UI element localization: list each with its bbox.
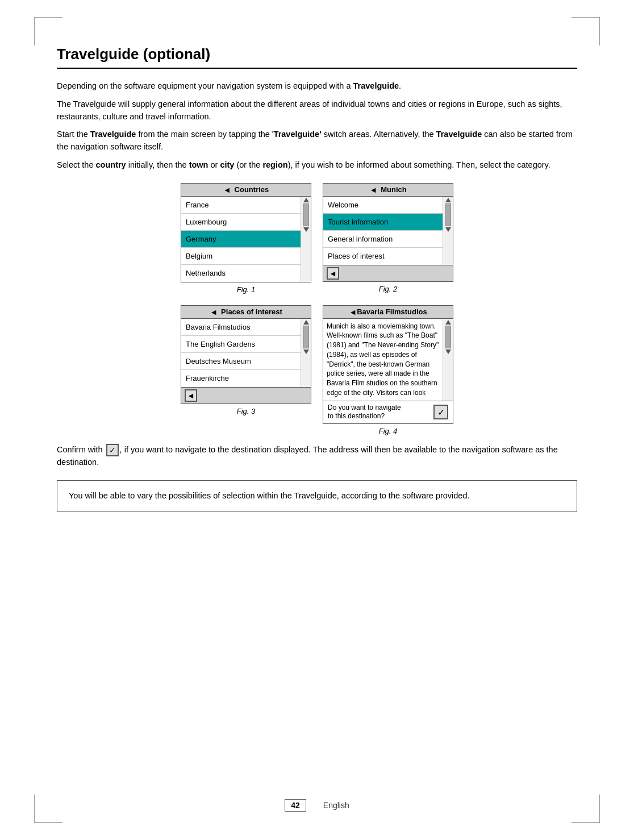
scroll-thumb[interactable] <box>303 203 309 226</box>
list-item[interactable]: Belgium <box>181 248 301 265</box>
corner-decoration <box>34 17 35 45</box>
confirm-icon: ✓ <box>106 444 119 456</box>
scroll-up-icon[interactable] <box>445 198 451 202</box>
list-item[interactable]: The English Gardens <box>181 336 301 353</box>
page-footer: 42 English <box>0 799 634 812</box>
fig1-title: Countries <box>235 185 269 194</box>
paragraph-1: Depending on the software equipment your… <box>57 80 577 93</box>
page-title: Travelguide (optional) <box>57 45 577 69</box>
note-box: You will be able to vary the possibiliti… <box>57 480 577 512</box>
list-item[interactable]: Welcome <box>323 197 443 214</box>
list-item[interactable]: General information <box>323 231 443 248</box>
corner-decoration <box>572 17 600 18</box>
fig3-bottom-bar: ◄ <box>181 387 311 404</box>
fig4-caption: Fig. 4 <box>379 427 398 435</box>
scrollbar[interactable] <box>301 319 311 387</box>
corner-decoration <box>599 17 600 45</box>
note-text: You will be able to vary the possibiliti… <box>69 491 470 500</box>
fig3-titlebar: ◄ Places of interest <box>181 306 311 319</box>
list-item-selected[interactable]: Tourist information <box>323 214 443 231</box>
fig4-title: Bavaria Filmstudios <box>357 307 427 316</box>
scroll-down-icon[interactable] <box>445 227 451 232</box>
scrollbar[interactable] <box>443 197 453 265</box>
figures-row-2: ◄ Places of interest Bavaria Filmstudios… <box>57 305 577 436</box>
list-item-selected[interactable]: Germany <box>181 231 301 248</box>
back-arrow-icon[interactable]: ◄ <box>349 307 357 317</box>
footer-language-label: English <box>323 801 349 810</box>
list-item[interactable]: Frauenkirche <box>181 370 301 387</box>
back-arrow-icon[interactable]: ◄ <box>223 185 231 194</box>
scroll-thumb[interactable] <box>303 326 309 348</box>
list-item[interactable]: France <box>181 197 301 214</box>
paragraph-2: The Travelguide will supply general info… <box>57 98 577 123</box>
scroll-down-icon[interactable] <box>445 350 451 354</box>
figure-1: ◄ Countries France Luxembourg Germany Be… <box>181 183 311 294</box>
confirm-paragraph: Confirm with ✓, if you want to navigate … <box>57 444 577 469</box>
fig2-titlebar: ◄ Munich <box>323 184 453 197</box>
corner-decoration <box>34 17 62 18</box>
scrollbar[interactable] <box>443 319 453 401</box>
back-arrow-icon[interactable]: ◄ <box>369 185 377 194</box>
fig2-bottom-bar: ◄ <box>323 265 453 281</box>
figure-4: ◄ Bavaria Filmstudios Munich is also a m… <box>323 305 453 436</box>
fig2-title: Munich <box>381 185 407 194</box>
scroll-down-icon[interactable] <box>303 350 309 354</box>
scroll-down-icon[interactable] <box>303 227 309 232</box>
fig1-caption: Fig. 1 <box>237 285 256 294</box>
corner-decoration <box>572 822 600 823</box>
list-item[interactable]: Deutsches Museum <box>181 353 301 370</box>
list-item[interactable]: Bavaria Filmstudios <box>181 319 301 336</box>
figure-2: ◄ Munich Welcome Tourist information Gen… <box>323 183 453 294</box>
scrollbar[interactable] <box>301 197 311 282</box>
scroll-thumb[interactable] <box>445 326 451 348</box>
back-button[interactable]: ◄ <box>327 267 339 280</box>
fig3-title: Places of interest <box>221 307 282 316</box>
fig4-confirm-question: Do you want to navigateto this destinati… <box>328 404 401 421</box>
scroll-up-icon[interactable] <box>303 198 309 202</box>
figure-3: ◄ Places of interest Bavaria Filmstudios… <box>181 305 311 436</box>
back-button[interactable]: ◄ <box>185 389 197 402</box>
paragraph-3: Start the Travelguide from the main scre… <box>57 128 577 153</box>
list-item[interactable]: Places of interest <box>323 248 443 265</box>
figures-row-1: ◄ Countries France Luxembourg Germany Be… <box>57 183 577 294</box>
fig3-caption: Fig. 3 <box>237 407 256 415</box>
confirm-check-button[interactable]: ✓ <box>433 405 448 419</box>
scroll-thumb[interactable] <box>445 203 451 226</box>
list-item[interactable]: Netherlands <box>181 265 301 282</box>
list-item[interactable]: Luxembourg <box>181 214 301 231</box>
scroll-up-icon[interactable] <box>445 320 451 325</box>
corner-decoration <box>34 822 62 823</box>
fig4-body-text: Munich is also a moviemaking town. Well-… <box>323 319 443 401</box>
page-number: 42 <box>285 799 306 812</box>
fig2-caption: Fig. 2 <box>379 285 398 293</box>
fig1-titlebar: ◄ Countries <box>181 184 311 197</box>
back-arrow-icon[interactable]: ◄ <box>210 307 218 317</box>
paragraph-4: Select the country initially, then the t… <box>57 159 577 172</box>
scroll-up-icon[interactable] <box>303 320 309 325</box>
fig4-titlebar: ◄ Bavaria Filmstudios <box>323 306 453 319</box>
fig4-confirm-bar: Do you want to navigateto this destinati… <box>323 401 453 423</box>
